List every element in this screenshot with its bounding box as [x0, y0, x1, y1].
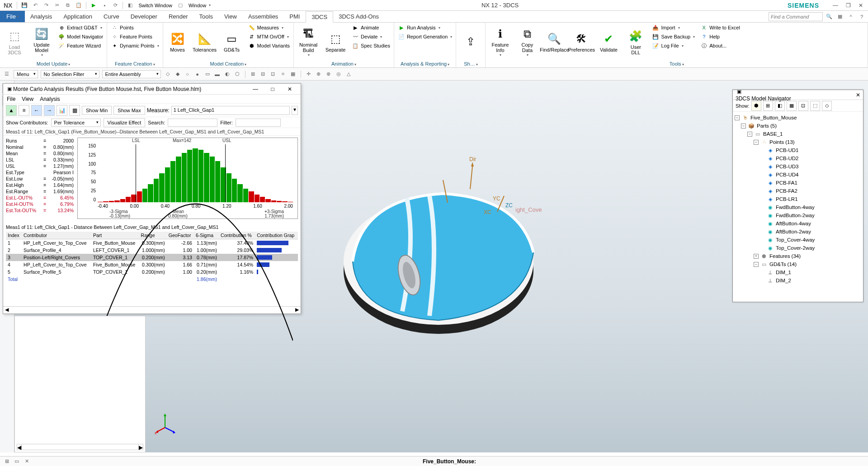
import-button[interactable]: 📥Import	[650, 24, 697, 32]
snap-ico-2[interactable]: ⊕	[315, 70, 323, 78]
mc-maximize-icon[interactable]: □	[264, 85, 281, 94]
snap-ico-1[interactable]: ✛	[305, 70, 313, 78]
search-input[interactable]	[168, 119, 217, 127]
separate-button[interactable]: ⬚Separate	[323, 24, 348, 60]
main-viewport[interactable]: ◧ ▤ ▣ Monte Carlo Analysis Results (Five…	[0, 81, 868, 452]
tolerances-button[interactable]: 📐Tolerances	[192, 24, 217, 60]
file-tab[interactable]: File	[0, 11, 25, 22]
tree-item[interactable]: ◉Top_Cover-2way	[735, 244, 861, 252]
view-ico-1[interactable]: ⊞	[249, 70, 257, 78]
redo-icon[interactable]: ↷	[42, 1, 51, 10]
sel-ico-8[interactable]: ⬡	[233, 70, 241, 78]
visualize-effect-button[interactable]: Visualize Effect	[104, 118, 146, 127]
validate-button[interactable]: ✔Validate	[596, 24, 621, 60]
restore-icon[interactable]: ❐	[843, 1, 854, 10]
mc-next-icon[interactable]: →	[44, 105, 55, 116]
animate-button[interactable]: ▶Animate	[350, 24, 392, 32]
tab-tools[interactable]: Tools	[194, 11, 219, 22]
measure-select[interactable]: 1 Left_Click_Gap1	[171, 106, 290, 115]
status-ico-1[interactable]: ⊞	[3, 457, 11, 466]
copy-data-button[interactable]: ⧉CopyData	[514, 24, 540, 60]
extract-gdt-button[interactable]: ⊕Extract GD&T	[56, 24, 105, 32]
collapse-ribbon-icon[interactable]: ^	[846, 12, 855, 21]
group-model-update[interactable]: Model Update	[2, 60, 105, 67]
mtm-button[interactable]: ⇵MTM On/Off	[246, 33, 292, 41]
copy-icon[interactable]: ⧉	[63, 1, 72, 10]
sel-ico-5[interactable]: ▭	[203, 70, 212, 78]
tree-item[interactable]: ◈PCB-LR1	[735, 195, 861, 203]
view-ico-3[interactable]: ⊡	[269, 70, 277, 78]
dynamic-points-button[interactable]: ✦Dynamic Points	[109, 42, 160, 50]
tree-item[interactable]: ◈PCB-UD1	[735, 146, 861, 154]
view-ico-2[interactable]: ⊟	[259, 70, 267, 78]
find-command-input[interactable]	[769, 12, 823, 21]
measure-dropdown-icon[interactable]: ▾	[292, 106, 298, 115]
show-max-button[interactable]: Show Max	[113, 106, 145, 115]
menu-dropdown[interactable]: Menu	[14, 70, 38, 78]
nav-filter-6-icon[interactable]: ⬚	[810, 101, 820, 111]
tab-assemblies[interactable]: Assemblies	[243, 11, 284, 22]
feature-points-button[interactable]: ⁘Feature Points	[109, 33, 160, 41]
nominal-build-button[interactable]: 🏗NominalBuild	[296, 24, 321, 60]
contrib-row[interactable]: 4HP_Left_Cover_to_Top_CoveFive_Button_Mo…	[6, 261, 298, 268]
mc-minimize-icon[interactable]: —	[247, 85, 264, 94]
show-min-button[interactable]: Show Min	[82, 106, 112, 115]
spec-studies-button[interactable]: 📋Spec Studies	[350, 42, 392, 50]
minimize-icon[interactable]: —	[830, 1, 841, 10]
gdts-button[interactable]: ▭GD&Ts	[219, 24, 245, 60]
moves-button[interactable]: 🔀Moves	[165, 24, 190, 60]
tree-item[interactable]: ◉Top_Cover-4way	[735, 236, 861, 244]
mc-scroll-left-icon[interactable]: ◀	[5, 307, 9, 314]
contrib-row[interactable]: 3Position-Left/Right_CoversTOP_COVER_10.…	[6, 254, 298, 261]
help-button[interactable]: ?Help	[698, 33, 742, 41]
tree-item[interactable]: −📦Parts (5)	[735, 122, 861, 130]
nav-filter-1-icon[interactable]: ⬢	[751, 101, 761, 111]
feature-info-button[interactable]: ℹFeatureInfo	[487, 24, 513, 60]
nav-close-icon[interactable]: ✕	[856, 92, 860, 98]
tree-item[interactable]: ◈PCB-UD3	[735, 162, 861, 171]
tab-3dcs[interactable]: 3DCS	[306, 11, 333, 23]
window-icon[interactable]: ▢	[176, 1, 185, 10]
snap-ico-4[interactable]: ◎	[335, 70, 343, 78]
find-replace-button[interactable]: 🔍Find/Replace	[542, 24, 567, 60]
mc-menu-analysis[interactable]: Analysis	[40, 96, 60, 102]
paste-icon[interactable]: 📋	[74, 1, 83, 10]
menu-icon[interactable]: ☰	[3, 70, 11, 78]
tree-item[interactable]: −∴Points (13)	[735, 138, 861, 146]
feature-wizard-button[interactable]: 🪄Feature Wizard	[56, 42, 105, 50]
model-variants-button[interactable]: ⬢Model Variants	[246, 42, 292, 50]
tree-item[interactable]: −▭BASE_1	[735, 130, 861, 138]
share-button[interactable]: ⇪	[458, 24, 483, 60]
group-tools[interactable]: Tools	[487, 60, 866, 67]
status-ico-2[interactable]: ▭	[13, 457, 21, 466]
bl-scroll-left-icon[interactable]: ◀	[17, 444, 22, 450]
tab-pmi[interactable]: PMI	[284, 11, 306, 22]
model-navigator-button[interactable]: 🌳Model Navigator	[56, 33, 105, 41]
window-layout-icon[interactable]: ◧	[126, 1, 135, 10]
tree-item[interactable]: ◈PCB-FA2	[735, 187, 861, 195]
tree-item[interactable]: ◈PCB-UD2	[735, 154, 861, 162]
snap-ico-5[interactable]: △	[344, 70, 353, 78]
selection-filter[interactable]: No Selection Filter	[41, 70, 99, 78]
undo-icon[interactable]: ↶	[31, 1, 40, 10]
mc-list-icon[interactable]: ≡	[19, 105, 29, 116]
sel-ico-7[interactable]: ◐	[223, 70, 231, 78]
view-ico-4[interactable]: ⌗	[279, 70, 287, 78]
nav-filter-7-icon[interactable]: ◇	[822, 101, 832, 111]
mc-menu-file[interactable]: File	[7, 96, 15, 102]
group-feature-creation[interactable]: Feature Creation	[109, 60, 160, 67]
group-analysis-reporting[interactable]: Analysis & Reporting	[396, 60, 454, 67]
nav-filter-3-icon[interactable]: ◧	[775, 101, 785, 111]
user-dll-button[interactable]: 🧩UserDLL	[623, 24, 648, 60]
mc-table-icon[interactable]: ▦	[69, 105, 80, 116]
refresh-icon[interactable]: ⟳	[111, 1, 120, 10]
layout-icon[interactable]: ▦	[835, 12, 844, 21]
filter-input[interactable]	[236, 119, 281, 127]
bl-scroll-right-icon[interactable]: ▶	[138, 444, 143, 450]
tab-render[interactable]: Render	[163, 11, 194, 22]
tree-item[interactable]: +⬢Features (34)	[735, 252, 861, 260]
write-excel-button[interactable]: XWrite to Excel	[698, 24, 742, 32]
close-icon[interactable]: ✕	[855, 1, 866, 10]
group-sh[interactable]: Sh…	[458, 60, 483, 67]
switch-window[interactable]: Switch Window	[137, 2, 174, 9]
